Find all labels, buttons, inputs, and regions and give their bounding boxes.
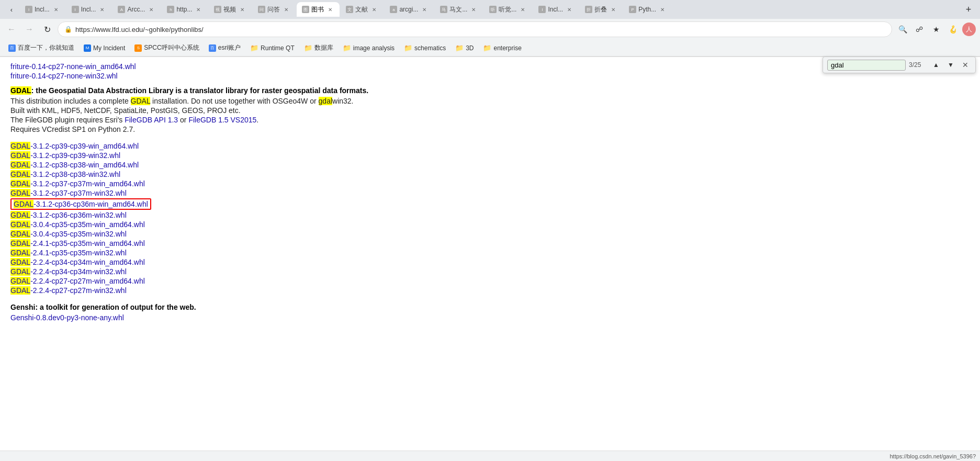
tab-back-btn[interactable]: ‹: [4, 2, 19, 17]
tab-close-t11[interactable]: ✕: [519, 5, 527, 14]
tab-t14[interactable]: P Pyth... ✕: [624, 2, 672, 17]
bookmark-5[interactable]: 📁数据库: [300, 42, 337, 54]
gdal-description: GDAL: the Geospatial Data Abstraction Li…: [10, 86, 460, 133]
bookmark-6[interactable]: 📁image analysis: [339, 42, 399, 54]
address-bar-row: ← → ↻ 🔒 https://www.lfd.uci.edu/~gohlke/…: [0, 19, 980, 40]
find-input[interactable]: [827, 60, 906, 71]
tab-close-t8[interactable]: ✕: [370, 5, 378, 14]
gdal-link-4[interactable]: GDAL-3.1.2-cp37-cp37m-win_amd64.whl: [10, 179, 145, 188]
bookmark-7[interactable]: 📁schematics: [400, 42, 450, 54]
bookmark-0[interactable]: 百百度一下，你就知道: [4, 42, 78, 54]
genshi-link[interactable]: Genshi-0.8.dev0-py3-none-any.whl: [10, 313, 460, 322]
gdal-link-7[interactable]: GDAL-3.1.2-cp36-cp36m-win32.whl: [10, 211, 127, 219]
tab-t5[interactable]: 视 视频 ✕: [209, 2, 252, 17]
gdal-link-row: GDAL-2.2.4-cp34-cp34m-win_amd64.whl: [10, 258, 460, 266]
gdal-link-6[interactable]: GDAL-3.1.2-cp36-cp36m-win_amd64.whl: [14, 200, 148, 208]
gdal-link-row: GDAL-3.1.2-cp38-cp38-win32.whl: [10, 170, 460, 178]
gdal-link-row: GDAL-3.1.2-cp38-cp38-win_amd64.whl: [10, 161, 460, 169]
tab-close-t6[interactable]: ✕: [282, 5, 290, 14]
filegdb15-link[interactable]: FileGDB 1.5 VS2015: [188, 116, 256, 124]
bookmark-8[interactable]: 📁3D: [451, 42, 478, 54]
tab-close-t9[interactable]: ✕: [420, 5, 429, 14]
tab-close-t4[interactable]: ✕: [194, 5, 202, 14]
gdal-link-row: GDAL-3.1.2-cp37-cp37m-win32.whl: [10, 189, 460, 197]
tab-t1[interactable]: I Incl... ✕: [20, 2, 65, 17]
new-tab-btn[interactable]: +: [961, 2, 976, 17]
profile-btn[interactable]: 🔍: [895, 22, 910, 37]
bookmark-btn[interactable]: ★: [929, 22, 943, 37]
gdal-link-3[interactable]: GDAL-3.1.2-cp38-cp38-win32.whl: [10, 170, 120, 178]
url-display: https://www.lfd.uci.edu/~gohlke/pythonli…: [75, 26, 885, 33]
tab-close-t1[interactable]: ✕: [52, 5, 60, 14]
gdal-link-12[interactable]: GDAL-2.2.4-cp34-cp34m-win_amd64.whl: [10, 258, 145, 266]
genshi-heading: Genshi: a toolkit for generation of outp…: [10, 303, 460, 311]
gdal-link-2[interactable]: GDAL-3.1.2-cp38-cp38-win_amd64.whl: [10, 161, 139, 169]
filegdb-api-link[interactable]: FileGDB API 1.3: [125, 116, 178, 124]
gdal-link-row: GDAL-3.0.4-cp35-cp35m-win_amd64.whl: [10, 220, 460, 229]
gdal-links: GDAL-3.1.2-cp39-cp39-win_amd64.whlGDAL-3…: [10, 142, 460, 295]
browser-chrome: ‹ I Incl... ✕ I Incl... ✕ A Arcc... ✕ h …: [0, 0, 980, 57]
tab-t2[interactable]: I Incl... ✕: [66, 2, 112, 17]
bookmark-1[interactable]: MMy Incident: [80, 42, 129, 54]
tab-t10[interactable]: 马 马文... ✕: [435, 2, 483, 17]
gdal-link-1[interactable]: GDAL-3.1.2-cp39-cp39-win32.whl: [10, 151, 120, 160]
find-next-btn[interactable]: ▼: [945, 59, 956, 71]
gdal-heading-rest: : the Geospatial Data Abstraction Librar…: [31, 86, 368, 95]
bookmark-3[interactable]: 百esri账户: [205, 42, 245, 54]
tab-close-t13[interactable]: ✕: [609, 5, 617, 14]
tab-t6[interactable]: 问 问答 ✕: [253, 2, 296, 17]
forward-btn[interactable]: →: [22, 22, 37, 37]
tab-t4[interactable]: h http... ✕: [162, 2, 208, 17]
gdal-link-13[interactable]: GDAL-2.2.4-cp34-cp34m-win32.whl: [10, 267, 127, 276]
find-bar: 3/25 ▲ ▼ ✕: [823, 57, 976, 73]
top-link[interactable]: friture-0.14-cp27-none-win32.whl: [10, 72, 460, 80]
top-link[interactable]: friture-0.14-cp27-none-win_amd64.whl: [10, 62, 460, 71]
address-bar[interactable]: 🔒 https://www.lfd.uci.edu/~gohlke/python…: [58, 21, 892, 37]
extension-btn[interactable]: 🪝: [945, 22, 960, 37]
bookmark-4[interactable]: 📁Runtime QT: [246, 42, 299, 54]
tab-close-t7[interactable]: ✕: [326, 5, 334, 14]
bookmark-2[interactable]: SSPCC呼叫中心系统: [130, 42, 203, 54]
gdal-link-row: GDAL-2.4.1-cp35-cp35m-win32.whl: [10, 249, 460, 257]
tab-t12[interactable]: I Incl... ✕: [533, 2, 579, 17]
lock-icon: 🔒: [64, 26, 72, 33]
browser-actions: 🔍 ☍ ★ 🪝 人: [895, 22, 976, 37]
gdal-link-0[interactable]: GDAL-3.1.2-cp39-cp39-win_amd64.whl: [10, 142, 139, 150]
gdal-link-row: GDAL-3.1.2-cp36-cp36m-win32.whl: [10, 211, 460, 219]
find-prev-btn[interactable]: ▲: [930, 59, 942, 71]
tab-t7[interactable]: 图 图书 ✕: [297, 2, 340, 17]
back-btn[interactable]: ←: [4, 22, 19, 37]
gdal-link-8[interactable]: GDAL-3.0.4-cp35-cp35m-win_amd64.whl: [10, 220, 145, 229]
gdal-link-14[interactable]: GDAL-2.2.4-cp27-cp27m-win_amd64.whl: [10, 277, 145, 285]
tab-close-t2[interactable]: ✕: [98, 5, 106, 14]
gdal-link-row: GDAL-2.2.4-cp34-cp34m-win32.whl: [10, 267, 460, 276]
gdal-link-9[interactable]: GDAL-3.0.4-cp35-cp35m-win32.whl: [10, 230, 127, 238]
tab-bar: ‹ I Incl... ✕ I Incl... ✕ A Arcc... ✕ h …: [0, 0, 980, 19]
account-btn[interactable]: 人: [962, 23, 976, 36]
tab-close-t10[interactable]: ✕: [469, 5, 478, 14]
tab-t13[interactable]: 折 折叠 ✕: [580, 2, 623, 17]
tab-t8[interactable]: 文 文献 ✕: [341, 2, 384, 17]
translate-btn[interactable]: ☍: [912, 22, 927, 37]
tab-close-t14[interactable]: ✕: [658, 5, 667, 14]
gdal-link-11[interactable]: GDAL-2.4.1-cp35-cp35m-win32.whl: [10, 249, 127, 257]
gdal-link-15[interactable]: GDAL-2.2.4-cp27-cp27m-win32.whl: [10, 286, 127, 295]
tab-close-t5[interactable]: ✕: [238, 5, 246, 14]
bookmark-9[interactable]: 📁enterprise: [479, 42, 525, 54]
gdal-line2: Built with KML, HDF5, NetCDF, SpatiaLite…: [10, 106, 460, 115]
bookmarks-bar: 百百度一下，你就知道MMy IncidentSSPCC呼叫中心系统百esri账户…: [0, 40, 980, 57]
gdal-link-row: GDAL-2.2.4-cp27-cp27m-win32.whl: [10, 286, 460, 295]
tab-t9[interactable]: a arcgi... ✕: [385, 2, 434, 17]
find-close-btn[interactable]: ✕: [960, 59, 971, 71]
gdal-link-row: GDAL-2.4.1-cp35-cp35m-win_amd64.whl: [10, 239, 460, 248]
tab-close-t3[interactable]: ✕: [147, 5, 155, 14]
page-content: friture-0.14-cp27-none-win_amd64.whlfrit…: [0, 57, 471, 341]
refresh-btn[interactable]: ↻: [40, 22, 54, 37]
gdal-link-10[interactable]: GDAL-2.4.1-cp35-cp35m-win_amd64.whl: [10, 239, 145, 248]
tab-close-t12[interactable]: ✕: [565, 5, 573, 14]
gdal-line1-highlight: GDAL: [131, 97, 151, 105]
gdal-link-5[interactable]: GDAL-3.1.2-cp37-cp37m-win32.whl: [10, 189, 127, 197]
tab-t11[interactable]: 听 听觉... ✕: [484, 2, 532, 17]
gdal-line3: The FileGDB plugin requires Esri's FileG…: [10, 116, 460, 124]
tab-t3[interactable]: A Arcc... ✕: [112, 2, 161, 17]
